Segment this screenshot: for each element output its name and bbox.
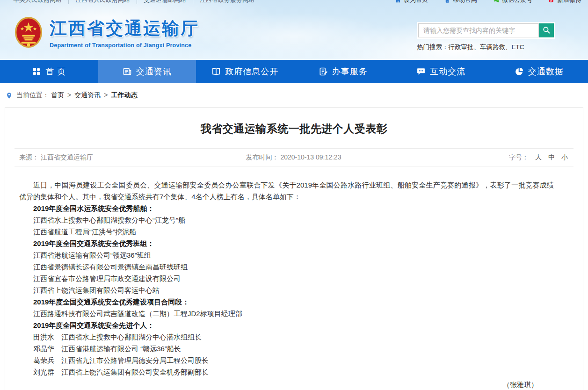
- weibo-icon: [548, 0, 555, 3]
- main-navigation: 首 页 交通资讯 政府信息公开 办事服务 互动交流 交通数据: [0, 60, 588, 83]
- breadcrumb-item[interactable]: 工作动态: [101, 91, 137, 100]
- article-paragraph: 2019年度全国交通系统安全先进个人：: [19, 319, 554, 331]
- fontsize-label: 字号：: [509, 153, 529, 162]
- article-paragraph: 江西路通科技有限公司武吉隧道改造（二期）工程JD2标项目经理部: [19, 308, 554, 319]
- quick-link-label: 设为首页: [404, 0, 428, 4]
- article-paragraph: 近日，中国海员建设工会全国委员会、交通运输部安全委员会办公室联合下发《关于201…: [19, 179, 554, 202]
- service-icon: [319, 67, 328, 76]
- fontsize-option[interactable]: 小: [561, 153, 568, 162]
- nav-item-label: 互动交流: [430, 66, 465, 77]
- breadcrumb-label: 当前位置：: [16, 91, 49, 100]
- article-paragraph: 刘光群 江西省上饶汽运集团有限公司安全机务部副部长: [19, 366, 554, 378]
- chat-icon: [416, 67, 426, 76]
- quick-link-label: 移动官网: [453, 0, 477, 4]
- search-area: 热门搜索：行政审批、车辆路救、ETC: [417, 22, 555, 51]
- government-site-links: 中央人民政府网站江西省人民政府网站交通运输部网站江西省政务服务网站: [7, 0, 261, 4]
- gov-site-link[interactable]: 中央人民政府网站: [7, 0, 68, 4]
- quick-link[interactable]: 微信公众号: [493, 0, 532, 4]
- national-emblem-logo: [14, 16, 43, 50]
- quick-links: 设为首页 移动官网 微信公众号 新浪微博: [395, 0, 581, 4]
- fontsize-control: 字号： 大中小: [396, 153, 573, 162]
- article-paragraph: 田洪水 江西省水上搜救中心鄱阳湖分中心潜水组组长: [19, 331, 554, 343]
- article-signature: （张雅琪）: [5, 378, 583, 390]
- quick-link-label: 微信公众号: [502, 0, 532, 4]
- breadcrumb: 当前位置： 首页交通资讯工作动态: [0, 83, 588, 107]
- article-title: 我省交通运输系统一批先进个人受表彰: [5, 108, 583, 148]
- article-source: 来源： 江西省交通运输厅: [15, 153, 191, 162]
- publish-time-value: 2020-10-13 09:12:23: [280, 153, 341, 161]
- nav-item[interactable]: 交通资讯: [98, 60, 196, 83]
- article-meta: 来源： 江西省交通运输厅 发布时间： 2020-10-13 09:12:23 字…: [15, 148, 573, 166]
- nav-item-label: 交通资讯: [136, 66, 172, 77]
- search-button[interactable]: [539, 23, 554, 37]
- article-paragraph: 江西省港航运输有限公司“赣远36”班组: [19, 249, 554, 261]
- mobile-icon: [444, 0, 450, 3]
- nav-item[interactable]: 交通数据: [490, 60, 588, 83]
- article-body: 近日，中国海员建设工会全国委员会、交通运输部安全委员会办公室联合下发《关于201…: [5, 166, 583, 378]
- article-paragraph: 江西省水上搜救中心鄱阳湖搜救分中心“江龙号”船: [19, 214, 554, 226]
- gov-site-link[interactable]: 江西省人民政府网站: [68, 0, 137, 4]
- article-paragraph: 江西省景德镇长运有限公司景德镇至南昌班线班组: [19, 261, 554, 273]
- gov-site-link[interactable]: 交通运输部网站: [137, 0, 193, 4]
- source-label: 来源：: [19, 153, 39, 161]
- nav-item[interactable]: 政府信息公开: [196, 60, 294, 83]
- nav-item-label: 首 页: [45, 66, 66, 77]
- article-paragraph: 江西省宜春市公路管理局市政交通建设有限公司: [19, 273, 554, 284]
- nav-item[interactable]: 首 页: [0, 60, 98, 83]
- location-pin-icon: [6, 92, 13, 99]
- article-paragraph: 2019年度全国水运系统安全优秀船舶：: [19, 202, 554, 214]
- pie-icon: [515, 67, 524, 76]
- site-brand: 江西省交通运输厅 Department of Transportation of…: [14, 16, 199, 50]
- news-icon: [123, 67, 132, 76]
- home-icon: [395, 0, 401, 3]
- site-title-english: Department of Transportation of Jiangxi …: [50, 42, 199, 49]
- quick-link[interactable]: 移动官网: [444, 0, 477, 4]
- hot-search: 热门搜索：行政审批、车辆路救、ETC: [417, 43, 555, 51]
- nav-item-label: 办事服务: [332, 66, 368, 77]
- article-paragraph: 江西省航道工程局“江洪号”挖泥船: [19, 226, 554, 238]
- site-header: 中央人民政府网站江西省人民政府网站交通运输部网站江西省政务服务网站 设为首页 移…: [0, 0, 588, 60]
- article-paragraph: 2019年度全国交通系统安全优秀班组：: [19, 238, 554, 249]
- search-input[interactable]: [418, 23, 539, 37]
- nav-item-label: 交通数据: [528, 66, 564, 77]
- article-paragraph: 葛荣兵 江西省九江市公路管理局德安分局工程公司股长: [19, 354, 554, 366]
- site-title: 江西省交通运输厅: [50, 17, 199, 40]
- source-value: 江西省交通运输厅: [41, 153, 93, 161]
- gov-site-link[interactable]: 江西省政务服务网站: [193, 0, 261, 4]
- article-paragraph: 江西省上饶汽运集团有限公司客运中心站: [19, 284, 554, 296]
- nav-item[interactable]: 互动交流: [392, 60, 490, 83]
- book-icon: [211, 67, 221, 76]
- article-container: 我省交通运输系统一批先进个人受表彰 来源： 江西省交通运输厅 发布时间： 202…: [5, 107, 583, 390]
- publish-time-label: 发布时间：: [246, 153, 279, 161]
- grid-icon: [32, 67, 41, 76]
- wechat-icon: [493, 0, 500, 3]
- article-paragraph: 2019年度全国交通系统安全优秀建设项目合同段：: [19, 296, 554, 308]
- fontsize-option[interactable]: 中: [548, 153, 555, 162]
- breadcrumb-item[interactable]: 首页: [51, 91, 64, 100]
- quick-link[interactable]: 设为首页: [395, 0, 428, 4]
- nav-item[interactable]: 办事服务: [294, 60, 392, 83]
- hot-search-label: 热门搜索：: [417, 43, 449, 51]
- fontsize-option[interactable]: 大: [535, 153, 542, 162]
- quick-link-label: 新浪微博: [557, 0, 581, 4]
- top-bar: 中央人民政府网站江西省人民政府网站交通运输部网站江西省政务服务网站 设为首页 移…: [0, 0, 588, 5]
- publish-time: 发布时间： 2020-10-13 09:12:23: [191, 153, 397, 162]
- breadcrumb-item[interactable]: 交通资讯: [64, 91, 101, 100]
- hot-search-keywords[interactable]: 行政审批、车辆路救、ETC: [449, 43, 524, 51]
- nav-item-label: 政府信息公开: [225, 66, 278, 77]
- search-icon: [542, 26, 551, 36]
- article-paragraph: 邓晶华 江西省港航运输有限公司 “赣远36”船长: [19, 343, 554, 354]
- breadcrumb-items: 首页交通资讯工作动态: [51, 91, 137, 100]
- quick-link[interactable]: 新浪微博: [548, 0, 581, 4]
- fontsize-options: 大中小: [535, 153, 568, 162]
